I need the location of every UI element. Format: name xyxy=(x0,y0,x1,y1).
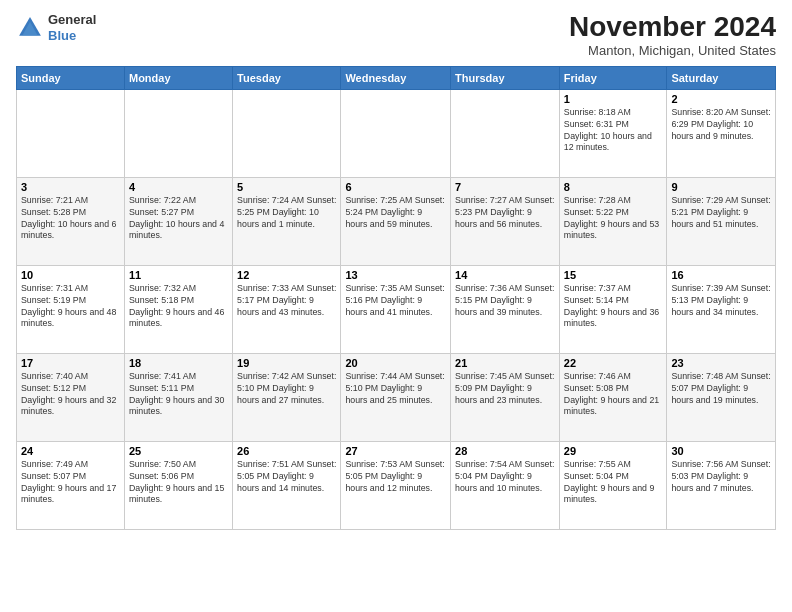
day-number: 12 xyxy=(237,269,336,281)
day-number: 28 xyxy=(455,445,555,457)
day-info: Sunrise: 7:54 AM Sunset: 5:04 PM Dayligh… xyxy=(455,459,555,495)
day-info: Sunrise: 7:46 AM Sunset: 5:08 PM Dayligh… xyxy=(564,371,663,419)
day-cell: 10Sunrise: 7:31 AM Sunset: 5:19 PM Dayli… xyxy=(17,265,125,353)
day-info: Sunrise: 7:51 AM Sunset: 5:05 PM Dayligh… xyxy=(237,459,336,495)
week-row-3: 17Sunrise: 7:40 AM Sunset: 5:12 PM Dayli… xyxy=(17,353,776,441)
day-number: 4 xyxy=(129,181,228,193)
day-info: Sunrise: 7:40 AM Sunset: 5:12 PM Dayligh… xyxy=(21,371,120,419)
logo-general: General xyxy=(48,12,96,27)
day-info: Sunrise: 7:50 AM Sunset: 5:06 PM Dayligh… xyxy=(129,459,228,507)
day-info: Sunrise: 7:25 AM Sunset: 5:24 PM Dayligh… xyxy=(345,195,446,231)
col-tuesday: Tuesday xyxy=(233,66,341,89)
location: Manton, Michigan, United States xyxy=(569,43,776,58)
logo-blue: Blue xyxy=(48,28,76,43)
day-cell: 27Sunrise: 7:53 AM Sunset: 5:05 PM Dayli… xyxy=(341,441,451,529)
day-info: Sunrise: 8:18 AM Sunset: 6:31 PM Dayligh… xyxy=(564,107,663,155)
day-number: 14 xyxy=(455,269,555,281)
day-info: Sunrise: 7:56 AM Sunset: 5:03 PM Dayligh… xyxy=(671,459,771,495)
day-number: 24 xyxy=(21,445,120,457)
day-number: 1 xyxy=(564,93,663,105)
title-area: November 2024 Manton, Michigan, United S… xyxy=(569,12,776,58)
logo-icon xyxy=(16,14,44,42)
day-cell: 7Sunrise: 7:27 AM Sunset: 5:23 PM Daylig… xyxy=(451,177,560,265)
day-cell: 8Sunrise: 7:28 AM Sunset: 5:22 PM Daylig… xyxy=(559,177,667,265)
day-cell: 23Sunrise: 7:48 AM Sunset: 5:07 PM Dayli… xyxy=(667,353,776,441)
logo: General Blue xyxy=(16,12,96,43)
day-cell: 2Sunrise: 8:20 AM Sunset: 6:29 PM Daylig… xyxy=(667,89,776,177)
day-info: Sunrise: 7:22 AM Sunset: 5:27 PM Dayligh… xyxy=(129,195,228,243)
day-info: Sunrise: 7:41 AM Sunset: 5:11 PM Dayligh… xyxy=(129,371,228,419)
day-number: 29 xyxy=(564,445,663,457)
day-cell: 16Sunrise: 7:39 AM Sunset: 5:13 PM Dayli… xyxy=(667,265,776,353)
day-cell: 18Sunrise: 7:41 AM Sunset: 5:11 PM Dayli… xyxy=(124,353,232,441)
day-info: Sunrise: 8:20 AM Sunset: 6:29 PM Dayligh… xyxy=(671,107,771,143)
day-number: 17 xyxy=(21,357,120,369)
day-number: 15 xyxy=(564,269,663,281)
day-number: 25 xyxy=(129,445,228,457)
day-info: Sunrise: 7:55 AM Sunset: 5:04 PM Dayligh… xyxy=(564,459,663,507)
day-cell: 12Sunrise: 7:33 AM Sunset: 5:17 PM Dayli… xyxy=(233,265,341,353)
calendar-table: Sunday Monday Tuesday Wednesday Thursday… xyxy=(16,66,776,530)
day-number: 8 xyxy=(564,181,663,193)
day-cell: 9Sunrise: 7:29 AM Sunset: 5:21 PM Daylig… xyxy=(667,177,776,265)
day-cell xyxy=(233,89,341,177)
day-info: Sunrise: 7:36 AM Sunset: 5:15 PM Dayligh… xyxy=(455,283,555,319)
day-cell xyxy=(17,89,125,177)
day-cell: 25Sunrise: 7:50 AM Sunset: 5:06 PM Dayli… xyxy=(124,441,232,529)
day-info: Sunrise: 7:28 AM Sunset: 5:22 PM Dayligh… xyxy=(564,195,663,243)
day-info: Sunrise: 7:33 AM Sunset: 5:17 PM Dayligh… xyxy=(237,283,336,319)
day-number: 11 xyxy=(129,269,228,281)
day-number: 9 xyxy=(671,181,771,193)
day-cell: 11Sunrise: 7:32 AM Sunset: 5:18 PM Dayli… xyxy=(124,265,232,353)
day-info: Sunrise: 7:37 AM Sunset: 5:14 PM Dayligh… xyxy=(564,283,663,331)
day-number: 26 xyxy=(237,445,336,457)
day-cell: 26Sunrise: 7:51 AM Sunset: 5:05 PM Dayli… xyxy=(233,441,341,529)
day-cell: 19Sunrise: 7:42 AM Sunset: 5:10 PM Dayli… xyxy=(233,353,341,441)
col-thursday: Thursday xyxy=(451,66,560,89)
day-cell xyxy=(451,89,560,177)
day-number: 16 xyxy=(671,269,771,281)
day-number: 3 xyxy=(21,181,120,193)
day-cell: 29Sunrise: 7:55 AM Sunset: 5:04 PM Dayli… xyxy=(559,441,667,529)
day-cell: 6Sunrise: 7:25 AM Sunset: 5:24 PM Daylig… xyxy=(341,177,451,265)
day-cell: 20Sunrise: 7:44 AM Sunset: 5:10 PM Dayli… xyxy=(341,353,451,441)
day-number: 10 xyxy=(21,269,120,281)
day-number: 2 xyxy=(671,93,771,105)
day-cell: 14Sunrise: 7:36 AM Sunset: 5:15 PM Dayli… xyxy=(451,265,560,353)
day-cell xyxy=(341,89,451,177)
day-cell: 30Sunrise: 7:56 AM Sunset: 5:03 PM Dayli… xyxy=(667,441,776,529)
week-row-4: 24Sunrise: 7:49 AM Sunset: 5:07 PM Dayli… xyxy=(17,441,776,529)
day-info: Sunrise: 7:48 AM Sunset: 5:07 PM Dayligh… xyxy=(671,371,771,407)
page: General Blue November 2024 Manton, Michi… xyxy=(0,0,792,612)
day-cell: 17Sunrise: 7:40 AM Sunset: 5:12 PM Dayli… xyxy=(17,353,125,441)
day-info: Sunrise: 7:31 AM Sunset: 5:19 PM Dayligh… xyxy=(21,283,120,331)
day-cell: 22Sunrise: 7:46 AM Sunset: 5:08 PM Dayli… xyxy=(559,353,667,441)
day-number: 27 xyxy=(345,445,446,457)
calendar-body: 1Sunrise: 8:18 AM Sunset: 6:31 PM Daylig… xyxy=(17,89,776,529)
day-cell xyxy=(124,89,232,177)
day-number: 13 xyxy=(345,269,446,281)
day-cell: 28Sunrise: 7:54 AM Sunset: 5:04 PM Dayli… xyxy=(451,441,560,529)
day-info: Sunrise: 7:44 AM Sunset: 5:10 PM Dayligh… xyxy=(345,371,446,407)
day-info: Sunrise: 7:45 AM Sunset: 5:09 PM Dayligh… xyxy=(455,371,555,407)
day-number: 20 xyxy=(345,357,446,369)
day-number: 19 xyxy=(237,357,336,369)
day-number: 5 xyxy=(237,181,336,193)
day-number: 22 xyxy=(564,357,663,369)
day-number: 18 xyxy=(129,357,228,369)
day-cell: 24Sunrise: 7:49 AM Sunset: 5:07 PM Dayli… xyxy=(17,441,125,529)
day-info: Sunrise: 7:35 AM Sunset: 5:16 PM Dayligh… xyxy=(345,283,446,319)
day-number: 21 xyxy=(455,357,555,369)
day-cell: 3Sunrise: 7:21 AM Sunset: 5:28 PM Daylig… xyxy=(17,177,125,265)
week-row-0: 1Sunrise: 8:18 AM Sunset: 6:31 PM Daylig… xyxy=(17,89,776,177)
day-info: Sunrise: 7:42 AM Sunset: 5:10 PM Dayligh… xyxy=(237,371,336,407)
col-wednesday: Wednesday xyxy=(341,66,451,89)
day-info: Sunrise: 7:27 AM Sunset: 5:23 PM Dayligh… xyxy=(455,195,555,231)
day-info: Sunrise: 7:29 AM Sunset: 5:21 PM Dayligh… xyxy=(671,195,771,231)
day-cell: 13Sunrise: 7:35 AM Sunset: 5:16 PM Dayli… xyxy=(341,265,451,353)
col-saturday: Saturday xyxy=(667,66,776,89)
day-info: Sunrise: 7:49 AM Sunset: 5:07 PM Dayligh… xyxy=(21,459,120,507)
week-row-2: 10Sunrise: 7:31 AM Sunset: 5:19 PM Dayli… xyxy=(17,265,776,353)
col-sunday: Sunday xyxy=(17,66,125,89)
day-info: Sunrise: 7:21 AM Sunset: 5:28 PM Dayligh… xyxy=(21,195,120,243)
